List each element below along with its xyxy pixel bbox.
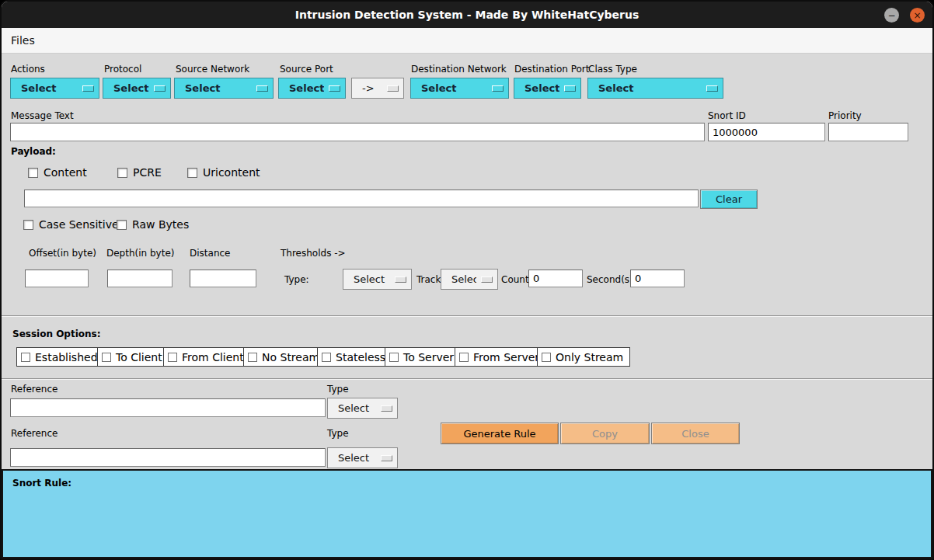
menu-files[interactable]: Files xyxy=(2,34,44,47)
snort-rule-text xyxy=(12,492,922,552)
stateless-checkbox[interactable]: Stateless xyxy=(317,347,392,367)
destination-port-select[interactable]: Select xyxy=(514,78,581,99)
pcre-checkbox[interactable]: PCRE xyxy=(117,166,162,179)
track-label: Track xyxy=(416,274,441,285)
close-icon: × xyxy=(913,11,921,20)
depth-label: Depth(in byte) xyxy=(106,248,174,259)
content-checkbox-label: Content xyxy=(44,166,87,179)
from-server-checkbox[interactable]: From Server xyxy=(455,347,546,367)
raw-bytes-checkbox-label: Raw Bytes xyxy=(132,218,189,231)
stateless-checkbox-label: Stateless xyxy=(336,351,385,363)
menu-indicator-icon xyxy=(82,85,94,92)
established-checkbox-label: Established xyxy=(35,351,98,363)
protocol-select[interactable]: Select xyxy=(103,78,171,99)
from-client-checkbox[interactable]: From Client xyxy=(163,347,251,367)
reference1-input[interactable] xyxy=(10,398,326,417)
content-checkbox[interactable]: Content xyxy=(28,166,87,179)
reference2-type-label: Type xyxy=(327,428,349,439)
protocol-label: Protocol xyxy=(104,64,141,75)
message-text-input[interactable] xyxy=(10,123,705,141)
to-client-checkbox[interactable]: To Client xyxy=(97,347,169,367)
only-stream-checkbox[interactable]: Only Stream xyxy=(537,347,630,367)
count-input[interactable] xyxy=(528,270,583,287)
menu-indicator-icon xyxy=(706,85,718,92)
checkbox-icon xyxy=(168,353,177,362)
to-server-checkbox[interactable]: To Server xyxy=(385,347,461,367)
snort-id-input[interactable] xyxy=(708,123,825,141)
titlebar: Intrusion Detection System - Made By Whi… xyxy=(2,2,932,28)
track-select-value: Select xyxy=(451,273,476,285)
payload-content-input[interactable] xyxy=(24,190,699,207)
copy-button-label: Copy xyxy=(592,428,618,440)
menu-indicator-icon xyxy=(492,85,504,92)
priority-input[interactable] xyxy=(828,123,908,141)
snort-rule-output[interactable]: Snort Rule: xyxy=(2,469,932,558)
reference2-type-select-value: Select xyxy=(338,452,376,464)
window-title: Intrusion Detection System - Made By Whi… xyxy=(295,9,640,21)
threshold-type-label: Type: xyxy=(284,274,309,285)
reference1-type-select[interactable]: Select xyxy=(327,398,398,419)
separator xyxy=(2,315,932,317)
uricontent-checkbox-label: Uricontent xyxy=(203,166,260,179)
message-text-label: Message Text xyxy=(11,110,74,121)
offset-label: Offset(in byte) xyxy=(29,248,96,259)
to-client-checkbox-label: To Client xyxy=(116,351,162,363)
seconds-input[interactable] xyxy=(630,270,685,287)
clear-button[interactable]: Clear xyxy=(700,190,758,209)
close-button[interactable]: × xyxy=(910,8,925,23)
source-network-select-value: Select xyxy=(185,82,252,94)
protocol-select-value: Select xyxy=(113,82,149,94)
reference2-type-select[interactable]: Select xyxy=(327,447,398,468)
generate-rule-button-label: Generate Rule xyxy=(463,428,535,440)
generate-rule-button[interactable]: Generate Rule xyxy=(441,423,559,444)
destination-network-select[interactable]: Select xyxy=(410,78,509,99)
destination-network-select-value: Select xyxy=(421,82,487,94)
source-port-select[interactable]: Select xyxy=(278,78,346,99)
clear-button-label: Clear xyxy=(716,193,742,205)
threshold-type-select-value: Select xyxy=(354,273,390,285)
copy-button[interactable]: Copy xyxy=(560,423,650,444)
menu-indicator-icon xyxy=(381,405,392,412)
checkbox-icon xyxy=(117,168,127,178)
checkbox-icon xyxy=(248,353,257,362)
source-port-label: Source Port xyxy=(280,64,333,75)
source-network-select[interactable]: Select xyxy=(174,78,274,99)
close-rule-button[interactable]: Close xyxy=(651,423,740,444)
no-stream-checkbox[interactable]: No Stream xyxy=(243,347,326,367)
snort-id-label: Snort ID xyxy=(708,110,746,121)
threshold-type-select[interactable]: Select xyxy=(343,269,412,290)
payload-label: Payload: xyxy=(11,146,56,157)
menu-indicator-icon xyxy=(395,277,406,283)
offset-input[interactable] xyxy=(25,270,89,287)
menu-indicator-icon xyxy=(154,85,166,92)
actions-select-value: Select xyxy=(21,82,78,94)
seconds-label: Second(s) xyxy=(587,274,633,285)
reference1-type-label: Type xyxy=(327,384,349,395)
window-controls: − × xyxy=(884,8,925,23)
checkbox-icon xyxy=(389,353,399,362)
track-select[interactable]: Select xyxy=(441,269,498,290)
class-type-select[interactable]: Select xyxy=(587,78,723,99)
distance-label: Distance xyxy=(190,248,230,259)
checkbox-icon xyxy=(28,168,38,178)
case-sensitive-checkbox[interactable]: Case Sensitive xyxy=(23,218,118,231)
distance-input[interactable] xyxy=(190,270,256,287)
count-label: Count xyxy=(501,274,529,285)
depth-input[interactable] xyxy=(107,270,173,287)
uricontent-checkbox[interactable]: Uricontent xyxy=(187,166,260,179)
minimize-button[interactable]: − xyxy=(884,8,899,23)
no-stream-checkbox-label: No Stream xyxy=(262,351,319,363)
established-checkbox[interactable]: Established xyxy=(16,347,105,367)
reference2-input[interactable] xyxy=(10,448,326,467)
thresholds-label: Thresholds -> xyxy=(281,248,346,259)
direction-select[interactable]: -> xyxy=(351,78,404,99)
menu-indicator-icon xyxy=(381,455,392,461)
pcre-checkbox-label: PCRE xyxy=(133,166,162,179)
destination-port-select-value: Select xyxy=(525,82,559,94)
class-type-label: Class Type xyxy=(588,64,637,75)
raw-bytes-checkbox[interactable]: Raw Bytes xyxy=(117,218,189,231)
actions-select[interactable]: Select xyxy=(10,78,99,99)
class-type-select-value: Select xyxy=(598,82,702,94)
close-rule-button-label: Close xyxy=(681,428,709,440)
menu-indicator-icon xyxy=(564,85,576,92)
